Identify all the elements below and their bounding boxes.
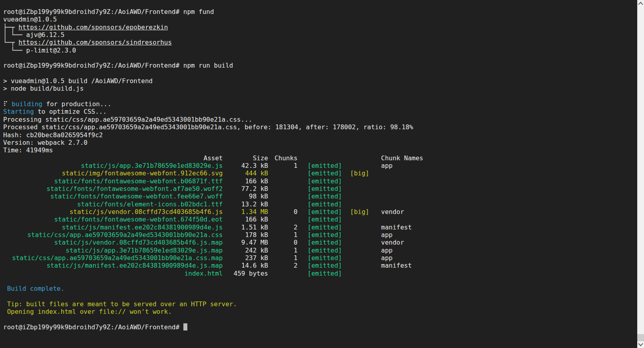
asset-chunks bbox=[268, 200, 298, 208]
terminal-text bbox=[3, 308, 7, 315]
big-flag bbox=[350, 216, 378, 223]
emitted-flag: [emitted] bbox=[298, 247, 350, 254]
big-flag bbox=[350, 270, 378, 277]
big-flag bbox=[350, 231, 378, 239]
big-flag bbox=[350, 254, 378, 262]
asset-chunks: 1 bbox=[268, 162, 298, 169]
asset-size: 1.34 MB bbox=[223, 208, 268, 216]
chunk-name: app bbox=[378, 254, 637, 262]
terminal-text: Tip: built files are meant to be served … bbox=[7, 300, 237, 308]
terminal-text: Hash: cb20bec8a0265954f9c2 bbox=[3, 131, 103, 139]
chunk-name bbox=[378, 185, 637, 192]
emitted-header bbox=[298, 154, 350, 162]
terminal-line: > node build/build.js bbox=[3, 85, 637, 92]
asset-name: static/css/app.ae59703659a2a49ed5343001b… bbox=[3, 254, 223, 262]
chunk-name: app bbox=[378, 247, 637, 254]
chunks-header: Chunks bbox=[268, 154, 298, 162]
big-flag bbox=[350, 239, 378, 246]
big-flag bbox=[350, 192, 378, 200]
terminal-line: Starting to optimize CSS... bbox=[3, 108, 637, 115]
asset-size: 444 kB bbox=[223, 169, 268, 177]
big-flag bbox=[350, 247, 378, 254]
asset-size: 242 kB bbox=[223, 247, 268, 254]
chunk-names-header: Chunk Names bbox=[378, 154, 637, 162]
scroll-up-button[interactable] bbox=[637, 0, 644, 7]
asset-name: static/js/vendor.08cffd73cd403685b4f6.js… bbox=[3, 239, 223, 246]
funding-link[interactable]: https://github.com/sponsors/sindresorhus bbox=[19, 39, 172, 46]
terminal-text: > node build/build.js bbox=[3, 85, 84, 92]
asset-name: static/js/manifest.ee202c84381900989d4e.… bbox=[3, 262, 223, 269]
terminal-line bbox=[3, 277, 637, 285]
terminal-line bbox=[3, 93, 637, 100]
terminal-line: root@iZbp199y99k9bdroihd7y9Z:/AoiAWD/Fro… bbox=[3, 323, 637, 331]
asset-size: 166 kB bbox=[223, 177, 268, 185]
big-flag: [big] bbox=[350, 208, 378, 216]
scrollbar-thumb[interactable] bbox=[637, 334, 644, 341]
chunk-name: app bbox=[378, 231, 637, 239]
chunk-name bbox=[378, 169, 637, 177]
asset-name: static/js/app.3e71b78659e1ed83029e.js.ma… bbox=[3, 247, 223, 254]
scroll-down-button[interactable] bbox=[637, 341, 644, 348]
asset-size: 178 kB bbox=[223, 231, 268, 239]
emitted-flag: [emitted] bbox=[298, 254, 350, 262]
terminal-line: Processed static/css/app.ae59703659a2a49… bbox=[3, 123, 637, 131]
emitted-flag: [emitted] bbox=[298, 224, 350, 231]
asset-size: 166 kB bbox=[223, 216, 268, 223]
terminal-text: Opening index.html over file:// won't wo… bbox=[7, 308, 172, 315]
emitted-flag: [emitted] bbox=[298, 216, 350, 223]
terminal-text: vueadmin@1.0.5 bbox=[3, 16, 57, 23]
terminal-line: root@iZbp199y99k9bdroihd7y9Z:/AoiAWD/Fro… bbox=[3, 8, 637, 16]
terminal-line bbox=[3, 293, 637, 300]
asset-size: 1.51 kB bbox=[223, 224, 268, 231]
terminal-line: Time: 41949ms bbox=[3, 146, 637, 154]
terminal-line bbox=[3, 54, 637, 62]
terminal-line: Tip: built files are meant to be served … bbox=[3, 300, 637, 308]
asset-name: static/fonts/element-icons.b02bdc1.ttf bbox=[3, 200, 223, 208]
terminal-line: > vueadmin@1.0.5 build /AoiAWD/Frontend bbox=[3, 77, 637, 85]
scrollbar[interactable] bbox=[637, 0, 644, 348]
terminal-screen[interactable]: root@iZbp199y99k9bdroihd7y9Z:/AoiAWD/Fro… bbox=[0, 0, 637, 348]
chevron-up-icon bbox=[638, 2, 643, 7]
big-header bbox=[350, 154, 378, 162]
terminal-line: Opening index.html over file:// won't wo… bbox=[3, 308, 637, 315]
terminal-text: root@iZbp199y99k9bdroihd7y9Z:/AoiAWD/Fro… bbox=[3, 323, 183, 331]
asset-name: static/css/app.ae59703659a2a49ed5343001b… bbox=[3, 231, 223, 239]
terminal-text: Starting bbox=[3, 108, 34, 115]
asset-name: static/js/app.3e71b78659e1ed83029e.js bbox=[3, 162, 223, 169]
terminal-line: ⠏ building for production... bbox=[3, 100, 637, 108]
asset-header: Asset bbox=[3, 154, 223, 162]
terminal-text: Processing static/css/app.ae59703659a2a4… bbox=[3, 116, 252, 123]
asset-chunks bbox=[268, 216, 298, 223]
chunk-name bbox=[378, 200, 637, 208]
terminal-line: Processing static/css/app.ae59703659a2a4… bbox=[3, 116, 637, 123]
emitted-flag: [emitted] bbox=[298, 231, 350, 239]
asset-name: static/fonts/fontawesome-webfont.af7ae50… bbox=[3, 185, 223, 192]
emitted-flag: [emitted] bbox=[298, 208, 350, 216]
terminal-text: ⠏ bbox=[3, 100, 12, 108]
asset-chunks: 1 bbox=[268, 247, 298, 254]
chunk-name: manifest bbox=[378, 262, 637, 269]
terminal-text bbox=[3, 285, 7, 292]
asset-chunks bbox=[268, 177, 298, 185]
chevron-down-icon bbox=[638, 341, 643, 346]
asset-size: 237 kB bbox=[223, 254, 268, 262]
emitted-flag: [emitted] bbox=[298, 192, 350, 200]
chunk-name bbox=[378, 270, 637, 277]
emitted-flag: [emitted] bbox=[298, 200, 350, 208]
terminal-text bbox=[3, 300, 7, 308]
size-header: Size bbox=[223, 154, 268, 162]
terminal-text: root@iZbp199y99k9bdroihd7y9Z:/AoiAWD/Fro… bbox=[3, 8, 214, 16]
terminal-text: > vueadmin@1.0.5 build /AoiAWD/Frontend bbox=[3, 77, 153, 85]
funding-link[interactable]: https://github.com/sponsors/epoberezkin bbox=[19, 23, 168, 31]
terminal-text: building bbox=[12, 100, 42, 108]
asset-size: 77.2 kB bbox=[223, 185, 268, 192]
chunk-name bbox=[378, 216, 637, 223]
terminal-line: ├─┬ https://github.com/sponsors/epoberez… bbox=[3, 23, 637, 31]
big-flag bbox=[350, 200, 378, 208]
asset-chunks bbox=[268, 270, 298, 277]
asset-chunks: 2 bbox=[268, 262, 298, 269]
asset-size: 459 bytes bbox=[223, 270, 268, 277]
chunk-name: app bbox=[378, 162, 637, 169]
terminal-line: └─┬ https://github.com/sponsors/sindreso… bbox=[3, 39, 637, 46]
asset-chunks: 1 bbox=[268, 231, 298, 239]
